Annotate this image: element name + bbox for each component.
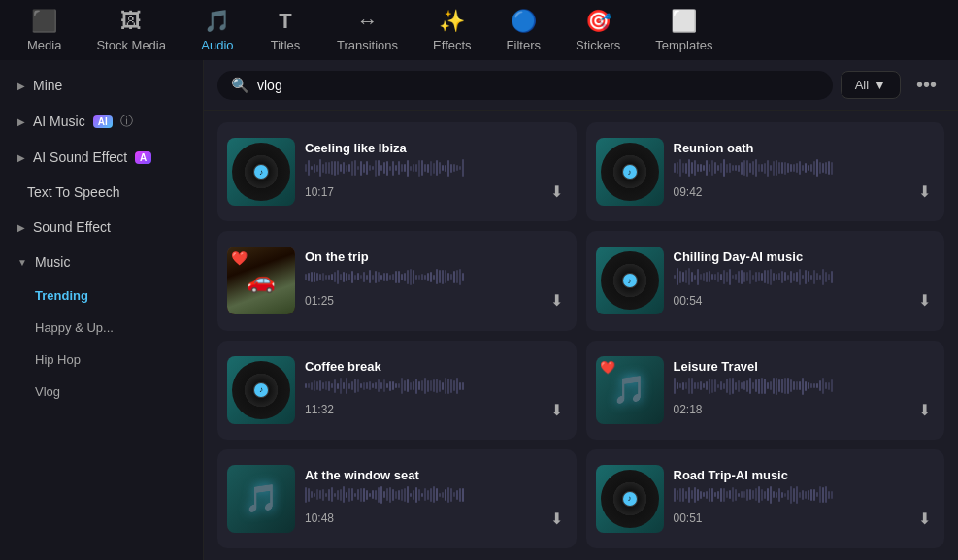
music-note-icon-leisure: 🎵 — [612, 374, 646, 406]
nav-item-transitions[interactable]: ↔️ Transitions — [319, 3, 415, 58]
sound-effect-arrow-icon: ▶ — [17, 222, 25, 233]
music-card-ceeling-ibiza[interactable]: ♪ Ceeling like Ibiza 10:17 ⬇ — [217, 122, 577, 221]
music-note-icon-window: 🎵 — [245, 482, 279, 514]
sidebar-subitem-trending[interactable]: Trending — [0, 280, 203, 312]
search-icon: 🔍 — [231, 77, 249, 94]
music-grid: ♪ Ceeling like Ibiza 10:17 ⬇ — [204, 111, 958, 560]
music-title-road-trip: Road Trip-AI music — [674, 468, 936, 482]
vinyl-ceeling-ibiza: ♪ — [232, 143, 290, 201]
nav-item-stock-media[interactable]: 🖼 Stock Media — [79, 3, 183, 58]
music-card-road-trip[interactable]: ♪ Road Trip-AI music 00:51 ⬇ — [586, 449, 945, 548]
duration-row-chilling-day: 00:54 ⬇ — [674, 289, 936, 312]
sidebar-item-mine[interactable]: ▶ Mine — [0, 68, 203, 103]
music-card-coffee-break[interactable]: ♪ Coffee break 11:32 ⬇ — [217, 341, 577, 440]
heart-badge-on-the-trip: ❤️ — [231, 250, 248, 266]
sidebar-item-text-to-speech[interactable]: Text To Speech — [0, 175, 203, 210]
subitem-label-hip-hop: Hip Hop — [35, 352, 81, 367]
waveform-leisure-travel — [674, 378, 936, 395]
sidebar-item-ai-sound-effect[interactable]: ▶ AI Sound Effect A — [0, 140, 203, 175]
filter-label: All — [855, 78, 869, 92]
duration-row-leisure-travel: 02:18 ⬇ — [674, 399, 936, 421]
heart-badge-leisure-travel: ❤️ — [600, 360, 615, 375]
sidebar-item-ai-music[interactable]: ▶ AI Music AI ⓘ — [0, 103, 203, 140]
vinyl-note-icon4: ♪ — [259, 385, 263, 394]
download-on-the-trip[interactable]: ⬇ — [546, 289, 567, 312]
waveform-chilling-day — [674, 268, 936, 285]
download-coffee-break[interactable]: ⬇ — [546, 399, 567, 421]
stock-media-icon: 🖼 — [120, 9, 142, 34]
vinyl-coffee-break: ♪ — [232, 361, 290, 419]
effects-icon: ✨ — [439, 9, 465, 34]
music-title-coffee-break: Coffee break — [305, 359, 567, 374]
duration-chilling-day: 00:54 — [674, 294, 703, 308]
search-input[interactable] — [257, 78, 819, 93]
duration-row-reunion-oath: 09:42 ⬇ — [674, 181, 936, 203]
vinyl-chilling-day: ♪ — [601, 251, 659, 310]
music-info-window-seat: At the window seat 10:48 ⬇ — [305, 468, 567, 530]
duration-row-coffee-break: 11:32 ⬇ — [305, 399, 567, 421]
nav-item-audio[interactable]: 🎵 Audio — [183, 3, 251, 58]
duration-road-trip: 00:51 — [674, 511, 703, 525]
music-thumb-chilling-day: ♪ — [596, 247, 664, 314]
vinyl-center5: ♪ — [623, 492, 637, 506]
sidebar-label-ai-music: AI Music — [33, 114, 85, 129]
sidebar-label-music: Music — [35, 254, 71, 270]
titles-icon: T — [279, 9, 291, 34]
vinyl-note-icon5: ♪ — [628, 494, 632, 503]
waveform-ceeling-ibiza — [305, 159, 567, 177]
music-card-window-seat[interactable]: 🎵 At the window seat 10:48 ⬇ — [217, 449, 577, 548]
duration-coffee-break: 11:32 — [305, 403, 334, 416]
sidebar-subitem-happy-up[interactable]: Happy & Up... — [0, 312, 203, 344]
subitem-label-happy-up: Happy & Up... — [35, 320, 114, 335]
nav-item-titles[interactable]: T Titles — [251, 3, 319, 58]
duration-on-the-trip: 01:25 — [305, 294, 334, 308]
duration-reunion-oath: 09:42 — [674, 185, 703, 199]
music-card-leisure-travel[interactable]: ❤️ 🎵 Leisure Travel 02:18 ⬇ — [586, 341, 945, 440]
download-window-seat[interactable]: ⬇ — [546, 508, 567, 530]
nav-item-filters[interactable]: 🔵 Filters — [489, 3, 558, 58]
nav-item-media[interactable]: ⬛ Media — [10, 3, 79, 58]
ai-music-info-icon: ⓘ — [120, 113, 133, 130]
music-thumb-reunion-oath: ♪ — [596, 138, 664, 206]
more-icon: ••• — [916, 74, 937, 95]
music-card-chilling-day[interactable]: ♪ Chilling Day-AI music 00:54 ⬇ — [586, 231, 945, 330]
music-info-on-the-trip: On the trip 01:25 ⬇ — [305, 249, 567, 312]
search-input-wrap[interactable]: 🔍 — [217, 71, 833, 100]
music-title-chilling-day: Chilling Day-AI music — [674, 249, 936, 264]
nav-label-templates: Templates — [655, 38, 712, 52]
nav-label-stickers: Stickers — [576, 38, 620, 52]
download-ceeling-ibiza[interactable]: ⬇ — [546, 181, 567, 203]
sidebar-item-music[interactable]: ▼ Music — [0, 245, 203, 280]
download-chilling-day[interactable]: ⬇ — [914, 289, 935, 312]
download-leisure-travel[interactable]: ⬇ — [914, 399, 935, 421]
filter-button[interactable]: All ▼ — [841, 71, 901, 99]
sidebar: ▶ Mine ▶ AI Music AI ⓘ ▶ AI Sound Effect… — [0, 60, 204, 560]
music-card-reunion-oath[interactable]: ♪ Reunion oath 09:42 ⬇ — [586, 122, 945, 221]
nav-label-stock-media: Stock Media — [96, 38, 166, 52]
download-reunion-oath[interactable]: ⬇ — [914, 181, 935, 203]
vinyl-center2: ♪ — [623, 165, 637, 179]
music-thumb-window-seat: 🎵 — [227, 465, 295, 533]
music-card-on-the-trip[interactable]: ❤️ 🚗 On the trip 01:25 ⬇ — [217, 231, 577, 330]
duration-row-window-seat: 10:48 ⬇ — [305, 508, 567, 530]
subitem-label-vlog: Vlog — [35, 384, 60, 399]
subitem-label-trending: Trending — [35, 288, 88, 303]
sidebar-subitem-vlog[interactable]: Vlog — [0, 376, 203, 408]
nav-item-stickers[interactable]: 🎯 Stickers — [558, 3, 638, 58]
nav-item-templates[interactable]: ⬜ Templates — [638, 3, 730, 58]
nav-item-effects[interactable]: ✨ Effects — [415, 3, 489, 58]
search-bar: 🔍 All ▼ ••• — [204, 60, 958, 111]
more-options-button[interactable]: ••• — [908, 70, 944, 100]
download-road-trip[interactable]: ⬇ — [914, 508, 935, 530]
music-subitems: Trending Happy & Up... Hip Hop Vlog — [0, 280, 203, 408]
nav-label-titles: Titles — [271, 38, 301, 52]
music-thumb-on-the-trip: ❤️ 🚗 — [227, 247, 295, 314]
sidebar-label-text-to-speech: Text To Speech — [27, 184, 119, 200]
vinyl-note-icon2: ♪ — [628, 168, 632, 177]
transitions-icon: ↔️ — [357, 9, 379, 34]
filters-icon: 🔵 — [511, 9, 537, 34]
sidebar-item-sound-effect[interactable]: ▶ Sound Effect — [0, 210, 203, 245]
waveform-reunion-oath — [674, 159, 936, 177]
media-icon: ⬛ — [31, 9, 57, 34]
sidebar-subitem-hip-hop[interactable]: Hip Hop — [0, 344, 203, 376]
